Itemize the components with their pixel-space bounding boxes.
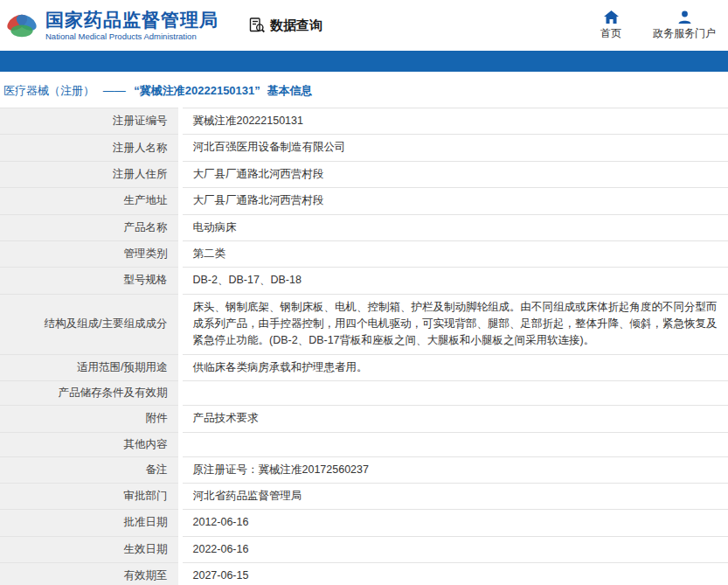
row-label: 有效期至 [0, 563, 180, 585]
info-table-body: 注册证编号冀械注准20222150131注册人名称河北百强医用设备制造有限公司注… [0, 108, 728, 585]
row-value: DB-2、DB-17、DB-18 [180, 268, 728, 294]
table-row: 型号规格DB-2、DB-17、DB-18 [0, 268, 728, 294]
data-query-label: 数据查询 [270, 17, 322, 34]
row-value: 电动病床 [180, 214, 728, 240]
table-row: 审批部门河北省药品监督管理局 [0, 483, 728, 509]
person-icon [677, 10, 692, 24]
row-label: 备注 [0, 456, 180, 483]
row-label: 型号规格 [0, 268, 180, 294]
row-label: 产品储存条件及有效期 [0, 381, 180, 406]
site-subtitle: National Medical Products Administration [45, 31, 218, 41]
site-title-block: 国家药品监督管理局 National Medical Products Admi… [45, 10, 218, 41]
row-value: 2022-06-16 [180, 536, 728, 562]
table-row: 注册人名称河北百强医用设备制造有限公司 [0, 135, 728, 161]
row-value: 大厂县厂通路北河西营村段 [180, 161, 728, 187]
row-label: 审批部门 [0, 483, 180, 509]
row-value: 产品技术要求 [180, 406, 728, 432]
home-icon [604, 10, 619, 24]
row-value: 大厂县厂通路北河西营村段 [180, 188, 728, 214]
row-value: 2027-06-15 [180, 563, 728, 585]
header-nav: 首页 政务服务门户 [595, 10, 716, 41]
table-row: 适用范围/预期用途供临床各类病房承载和护理患者用。 [0, 354, 728, 380]
nav-home[interactable]: 首页 [595, 10, 627, 41]
breadcrumb-category: 医疗器械（注册） [3, 84, 94, 97]
table-row: 批准日期2012-06-16 [0, 510, 728, 536]
row-label: 产品名称 [0, 214, 180, 240]
row-label: 注册证编号 [0, 108, 180, 135]
row-label: 注册人名称 [0, 135, 180, 161]
row-label: 其他内容 [0, 432, 180, 456]
row-value: 河北百强医用设备制造有限公司 [180, 135, 728, 161]
row-value: 床头、钢制底架、钢制床板、电机、控制箱、护栏及制动脚轮组成。由不同组成或床体折起… [180, 294, 728, 354]
table-row: 结构及组成/主要组成成分床头、钢制底架、钢制床板、电机、控制箱、护栏及制动脚轮组… [0, 294, 728, 354]
nav-portal[interactable]: 政务服务门户 [653, 10, 716, 41]
breadcrumb-suffix: 基本信息 [267, 84, 312, 97]
nav-portal-label: 政务服务门户 [653, 26, 716, 41]
breadcrumb-cert-no: “冀械注准20222150131” [134, 84, 260, 97]
row-label: 管理类别 [0, 240, 180, 267]
row-value: 冀械注准20222150131 [180, 108, 728, 135]
nav-bar [0, 51, 728, 72]
row-value [180, 381, 728, 406]
row-label: 附件 [0, 406, 180, 432]
breadcrumb: 医疗器械（注册） —— “冀械注准20222150131” 基本信息 [0, 72, 728, 108]
nmpa-logo-icon [3, 7, 40, 44]
row-value: 原注册证号：冀械注准20172560237 [180, 456, 728, 483]
document-search-icon [248, 17, 266, 34]
row-label: 生效日期 [0, 536, 180, 562]
table-row: 备注原注册证号：冀械注准20172560237 [0, 456, 728, 483]
table-row: 生产地址大厂县厂通路北河西营村段 [0, 188, 728, 214]
row-label: 适用范围/预期用途 [0, 354, 180, 380]
table-row: 管理类别第二类 [0, 240, 728, 267]
table-row: 注册人住所大厂县厂通路北河西营村段 [0, 161, 728, 187]
top-header: 国家药品监督管理局 National Medical Products Admi… [0, 0, 728, 51]
row-value: 2012-06-16 [180, 510, 728, 536]
row-label: 结构及组成/主要组成成分 [0, 294, 180, 354]
row-label: 批准日期 [0, 510, 180, 536]
site-logo: 国家药品监督管理局 National Medical Products Admi… [3, 7, 218, 44]
data-query-section: 数据查询 [248, 17, 322, 34]
row-label: 生产地址 [0, 188, 180, 214]
table-row: 注册证编号冀械注准20222150131 [0, 108, 728, 135]
table-row: 产品储存条件及有效期 [0, 381, 728, 406]
nav-home-label: 首页 [600, 26, 621, 41]
table-row: 有效期至2027-06-15 [0, 563, 728, 585]
row-label: 注册人住所 [0, 161, 180, 187]
site-title: 国家药品监督管理局 [45, 10, 218, 31]
row-value [180, 432, 728, 456]
row-value: 第二类 [180, 240, 728, 267]
row-value: 供临床各类病房承载和护理患者用。 [180, 354, 728, 380]
table-row: 附件产品技术要求 [0, 406, 728, 432]
row-value: 河北省药品监督管理局 [180, 483, 728, 509]
info-table: 注册证编号冀械注准20222150131注册人名称河北百强医用设备制造有限公司注… [0, 108, 728, 585]
table-row: 生效日期2022-06-16 [0, 536, 728, 562]
table-row: 其他内容 [0, 432, 728, 456]
breadcrumb-separator: —— [103, 84, 126, 97]
table-row: 产品名称电动病床 [0, 214, 728, 240]
